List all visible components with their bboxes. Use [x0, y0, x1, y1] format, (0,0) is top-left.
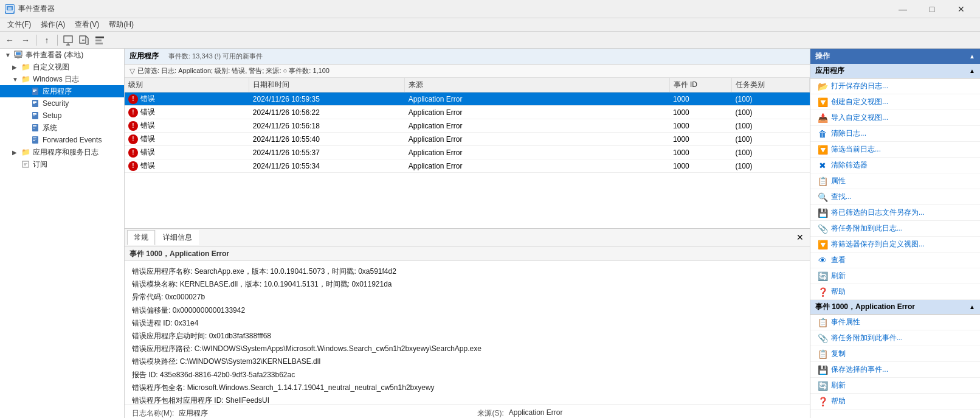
- tree-forwarded-label: Forwarded Events: [43, 136, 102, 144]
- svg-rect-34: [33, 140, 35, 141]
- right-panel-item[interactable]: 👁查看: [810, 253, 980, 268]
- right-panel-item[interactable]: 📎将任务附加到此日志...: [810, 221, 980, 237]
- tab-general[interactable]: 常规: [127, 230, 155, 245]
- setup-icon: [30, 111, 40, 120]
- right-actions-header[interactable]: 操作 ▲: [810, 49, 980, 64]
- svg-rect-3: [64, 36, 72, 43]
- menu-action[interactable]: 操作(A): [36, 18, 70, 31]
- tree-forwarded-events[interactable]: Forwarded Events: [0, 134, 124, 146]
- right-panel-event-item[interactable]: 📋事件属性: [810, 315, 980, 330]
- right-event-item-label: 帮助: [831, 396, 846, 406]
- new-view-button[interactable]: [61, 33, 75, 47]
- right-panel-item[interactable]: 📋属性: [810, 173, 980, 189]
- cell-task: (100): [731, 133, 809, 146]
- right-item-icon: 👁: [818, 256, 827, 265]
- right-panel-item[interactable]: 🗑清除日志...: [810, 126, 980, 142]
- cell-task: (100): [731, 106, 809, 119]
- tree-custom-views[interactable]: ▶ 📁 自定义视图: [0, 61, 124, 73]
- cell-event-id: 1000: [669, 159, 731, 173]
- right-panel-item[interactable]: 💾将已筛选的日志文件另存为...: [810, 205, 980, 221]
- right-panel-item[interactable]: 📂打开保存的日志...: [810, 78, 980, 94]
- events-table: 级别 日期和时间 来源 事件 ID 任务类别 !错误2024/11/26 10:…: [125, 78, 810, 173]
- right-panel-item[interactable]: 🔍查找...: [810, 189, 980, 205]
- right-panel-item[interactable]: ❓帮助: [810, 284, 980, 300]
- col-task[interactable]: 任务类别: [731, 78, 809, 92]
- window-controls: — □ ✕: [889, 0, 975, 18]
- right-panel-event-item[interactable]: 💾保存选择的事件...: [810, 362, 980, 378]
- tab-details[interactable]: 详细信息: [156, 230, 199, 245]
- tree-windows-log-label: Windows 日志: [33, 74, 79, 85]
- right-item-icon: 🔍: [818, 192, 827, 202]
- properties-button[interactable]: [92, 33, 107, 47]
- svg-rect-28: [33, 125, 36, 126]
- import-button[interactable]: [77, 33, 91, 47]
- right-panel-item[interactable]: 🔄刷新: [810, 268, 980, 284]
- cell-task: (100): [731, 119, 809, 133]
- cell-event-id: 1000: [669, 119, 731, 133]
- table-row[interactable]: !错误2024/11/26 10:55:37Application Error1…: [125, 146, 810, 159]
- main-container: ▼ 事件查看器 (本地) ▶ 📁 自定义视图 ▼ 📁 Windows: [0, 49, 980, 418]
- col-datetime[interactable]: 日期和时间: [249, 78, 405, 92]
- table-row[interactable]: !错误2024/11/26 10:56:22Application Error1…: [125, 106, 810, 119]
- svg-rect-9: [95, 40, 102, 41]
- right-app-subheader[interactable]: 应用程序 ▲: [810, 64, 980, 78]
- table-row[interactable]: !错误2024/11/26 10:56:18Application Error1…: [125, 119, 810, 133]
- svg-rect-10: [95, 43, 103, 44]
- log-title: 应用程序: [129, 51, 159, 61]
- right-panel-item[interactable]: ✖清除筛选器: [810, 158, 980, 173]
- cell-level: !错误: [125, 146, 249, 159]
- window-title: 事件查看器: [18, 4, 889, 14]
- close-button[interactable]: ✕: [947, 0, 975, 18]
- maximize-button[interactable]: □: [918, 0, 946, 18]
- toolbar-separator-2: [57, 35, 58, 46]
- tree-subscription[interactable]: 订阅: [0, 158, 124, 170]
- tree-system[interactable]: 系统: [0, 122, 124, 134]
- table-row[interactable]: !错误2024/11/26 10:55:40Application Error1…: [125, 133, 810, 146]
- detail-line: 错误应用程序路径: C:\WINDOWS\SystemApps\Microsof…: [132, 343, 802, 355]
- menu-help[interactable]: 帮助(H): [104, 18, 139, 31]
- tree-windows-log[interactable]: ▼ 📁 Windows 日志: [0, 73, 124, 85]
- menu-view[interactable]: 查看(V): [70, 18, 104, 31]
- right-panel-event-item[interactable]: 📎将任务附加到此事件...: [810, 330, 980, 346]
- tree-application-label: 应用程序: [43, 86, 72, 97]
- tree-root[interactable]: ▼ 事件查看器 (本地): [0, 49, 124, 61]
- tree-app-services-label: 应用程序和服务日志: [33, 147, 98, 158]
- detail-close-button[interactable]: ✕: [793, 231, 807, 243]
- forward-button[interactable]: →: [18, 33, 33, 47]
- right-panel-event-item[interactable]: 🔄刷新: [810, 378, 980, 394]
- col-source[interactable]: 来源: [405, 78, 669, 92]
- tree-security[interactable]: Security: [0, 97, 124, 110]
- up-button[interactable]: ↑: [40, 33, 54, 47]
- tree-application[interactable]: 应用程序: [0, 85, 124, 97]
- right-item-label: 筛选当前日志...: [831, 144, 881, 155]
- menu-file[interactable]: 文件(F): [2, 18, 36, 31]
- svg-rect-16: [33, 89, 36, 89]
- cell-event-id: 1000: [669, 92, 731, 106]
- table-row[interactable]: !错误2024/11/26 10:59:35Application Error1…: [125, 92, 810, 106]
- col-level[interactable]: 级别: [125, 78, 249, 92]
- folder-icon: 📁: [21, 62, 30, 72]
- right-event-item-label: 保存选择的事件...: [831, 364, 888, 375]
- tree-setup[interactable]: Setup: [0, 110, 124, 122]
- minimize-button[interactable]: —: [889, 0, 917, 18]
- right-panel-item[interactable]: 🔽筛选当前日志...: [810, 142, 980, 158]
- table-row[interactable]: !错误2024/11/26 10:55:34Application Error1…: [125, 159, 810, 173]
- right-panel-item[interactable]: 📥导入自定义视图...: [810, 110, 980, 126]
- tree-app-services[interactable]: ▶ 📁 应用程序和服务日志: [0, 146, 124, 158]
- right-panel-item[interactable]: 🔽将筛选器保存到自定义视图...: [810, 237, 980, 253]
- svg-rect-17: [33, 90, 36, 91]
- right-panel-event-item[interactable]: 📋复制: [810, 346, 980, 362]
- events-table-container[interactable]: 级别 日期和时间 来源 事件 ID 任务类别 !错误2024/11/26 10:…: [125, 78, 810, 228]
- tree-custom-views-label: 自定义视图: [33, 62, 69, 72]
- right-event-subheader[interactable]: 事件 1000，Application Error ▲: [810, 300, 980, 315]
- col-event-id[interactable]: 事件 ID: [669, 78, 731, 92]
- tree-setup-label: Setup: [43, 111, 61, 120]
- cell-level: !错误: [125, 119, 249, 133]
- right-panel-event-item[interactable]: ❓帮助: [810, 394, 980, 409]
- right-item-label: 帮助: [831, 287, 846, 297]
- error-icon: !: [128, 121, 138, 131]
- back-button[interactable]: ←: [2, 33, 17, 47]
- tree-subscription-label: 订阅: [33, 159, 47, 170]
- right-item-icon: 🔽: [818, 145, 827, 155]
- right-panel-item[interactable]: 🔽创建自定义视图...: [810, 94, 980, 110]
